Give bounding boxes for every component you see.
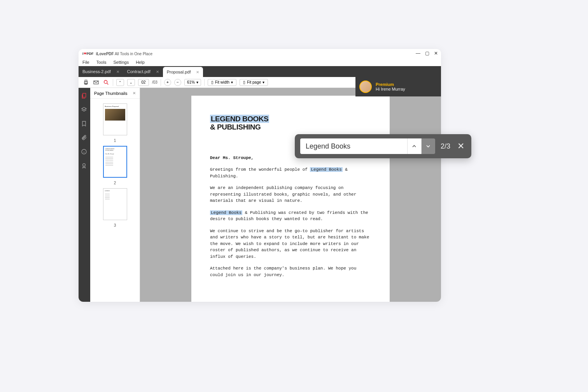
thumb-number: 3 — [114, 223, 116, 228]
menu-file[interactable]: File — [82, 60, 89, 65]
menu-settings[interactable]: Settings — [113, 60, 129, 65]
svg-rect-1 — [85, 80, 87, 82]
tab-business[interactable]: Business-2.pdf ✕ — [79, 66, 123, 77]
page-down-button[interactable]: ⌄ — [127, 79, 135, 86]
document-viewer[interactable]: LEGEND BOOKS & PUBLISHING Dear Ms. Strou… — [140, 88, 441, 302]
app-window: I❤PDF iLovePDF All Tools in One Place — … — [79, 49, 441, 302]
page-up-button[interactable]: ⌃ — [116, 79, 124, 86]
print-icon[interactable] — [82, 79, 89, 86]
search-bar: 2/3 ✕ — [295, 134, 471, 158]
separator — [161, 79, 161, 86]
tab-close-icon[interactable]: ✕ — [156, 70, 159, 74]
fit-width-button[interactable]: ▯ Fit width ▾ — [208, 79, 236, 86]
app-name: iLovePDF All Tools in One Place — [96, 52, 152, 56]
mail-icon[interactable] — [93, 79, 100, 86]
thumbnails-panel: Page Thumbnails ✕ Business Proposal 1 LE… — [90, 88, 140, 302]
zoom-dropdown[interactable]: 61% ▾ — [184, 79, 201, 86]
svg-point-4 — [104, 80, 107, 83]
menu-tools[interactable]: Tools — [96, 60, 107, 65]
close-icon[interactable]: ✕ — [434, 51, 438, 56]
page-total: /03 — [152, 80, 158, 84]
title-bar: I❤PDF iLovePDF All Tools in One Place — … — [79, 49, 441, 58]
maximize-icon[interactable]: ▢ — [425, 51, 429, 56]
info-icon[interactable] — [81, 149, 88, 156]
window-controls: — ▢ ✕ — [416, 51, 438, 56]
search-input[interactable] — [300, 138, 407, 154]
chevron-down-icon: ▾ — [196, 80, 198, 84]
tab-contract[interactable]: Contract.pdf ✕ — [123, 66, 163, 77]
tab-close-icon[interactable]: ✕ — [196, 70, 199, 74]
pages-icon[interactable] — [81, 93, 88, 100]
fit-page-button[interactable]: ▯ Fit page ▾ — [240, 79, 268, 86]
document-page: LEGEND BOOKS & PUBLISHING Dear Ms. Strou… — [191, 96, 390, 302]
tab-close-icon[interactable]: ✕ — [116, 70, 119, 74]
tab-label: Contract.pdf — [127, 69, 150, 74]
bookmark-icon[interactable] — [81, 121, 88, 128]
minimize-icon[interactable]: — — [416, 51, 420, 56]
search-close-icon[interactable]: ✕ — [456, 141, 466, 151]
separator — [204, 79, 205, 86]
award-icon[interactable] — [81, 163, 88, 170]
thumbnail-2[interactable]: LEGEND BOOKS& PUBLISHINGDear Ms Stroupe━… — [103, 146, 127, 178]
menu-help[interactable]: Help — [136, 60, 145, 65]
search-count: 2/3 — [441, 142, 450, 150]
svg-point-7 — [83, 164, 86, 166]
svg-rect-5 — [83, 93, 86, 97]
panel-title: Page Thumbnails — [94, 91, 127, 96]
page-input[interactable] — [138, 79, 149, 86]
avatar — [359, 80, 372, 93]
layers-icon[interactable] — [81, 107, 88, 114]
tab-label: Business-2.pdf — [82, 69, 111, 74]
doc-title: LEGEND BOOKS & PUBLISHING — [210, 115, 371, 131]
user-text: Premium Hi Irene Murray — [376, 82, 405, 91]
user-greeting: Hi Irene Murray — [376, 87, 405, 91]
zoom-out-button[interactable]: − — [174, 79, 181, 86]
menu-bar: File Tools Settings Help — [79, 58, 441, 66]
thumbnail-1[interactable]: Business Proposal — [103, 103, 127, 135]
tab-proposal[interactable]: Proposal.pdf ✕ — [163, 67, 203, 77]
zoom-in-button[interactable]: + — [164, 79, 171, 86]
tab-label: Proposal.pdf — [167, 70, 191, 74]
thumb-number: 2 — [114, 181, 116, 185]
user-tier: Premium — [376, 82, 405, 87]
side-rail — [79, 88, 90, 302]
user-area[interactable]: Premium Hi Irene Murray — [355, 77, 441, 96]
separator — [113, 79, 113, 86]
attachment-icon[interactable] — [81, 135, 88, 142]
thumbnail-3[interactable]: LEGEND━━━━━━━━━━━━━━━━━━━━━━━━ — [103, 188, 127, 220]
panel-close-icon[interactable]: ✕ — [133, 91, 136, 95]
doc-body: Dear Ms. Stroupe, Greetings from the won… — [210, 155, 371, 278]
thumbnails-header: Page Thumbnails ✕ — [90, 88, 140, 99]
search-prev-button[interactable] — [407, 138, 421, 154]
content-area: Page Thumbnails ✕ Business Proposal 1 LE… — [79, 88, 441, 302]
tabs-row: Business-2.pdf ✕ Contract.pdf ✕ Proposal… — [79, 66, 441, 77]
search-next-button[interactable] — [421, 138, 435, 154]
thumbnails-list: Business Proposal 1 LEGEND BOOKS& PUBLIS… — [90, 99, 140, 232]
app-logo: I❤PDF — [82, 52, 94, 56]
thumb-number: 1 — [114, 138, 116, 143]
search-icon[interactable] — [103, 79, 110, 86]
